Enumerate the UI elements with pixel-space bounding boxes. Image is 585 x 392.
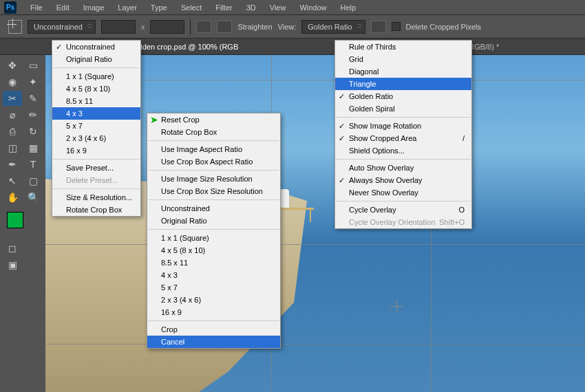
menu-item[interactable]: Size & Resolution... — [52, 191, 140, 204]
path-tool[interactable]: ↖ — [3, 173, 22, 188]
view-overlay-dropdown[interactable]: Golden Ratio — [301, 20, 365, 34]
menu-3d[interactable]: 3D — [240, 3, 263, 12]
menu-item[interactable]: 4 x 3 — [52, 107, 140, 120]
menu-separator — [53, 188, 140, 189]
tab-doc[interactable]: golden crop.psd @ 100% (RGB — [125, 43, 245, 51]
menu-file[interactable]: File — [23, 3, 50, 12]
menu-item[interactable]: Rule of Thirds — [335, 41, 471, 53]
aspect-ratio-menu[interactable]: UnconstrainedOriginal Ratio1 x 1 (Square… — [52, 40, 141, 217]
menu-item[interactable]: 4 x 3 — [147, 269, 280, 281]
straighten-icon[interactable] — [217, 21, 232, 33]
eyedropper-tool[interactable]: ✎ — [23, 91, 43, 106]
menu-item[interactable]: Shield Options... — [335, 144, 471, 157]
pen-tool[interactable]: ✒ — [3, 157, 22, 172]
eraser-tool[interactable]: ◫ — [3, 140, 22, 155]
height-input[interactable] — [150, 20, 184, 34]
menu-item[interactable]: Crop — [147, 323, 280, 336]
menu-type[interactable]: Type — [144, 3, 174, 12]
menu-select[interactable]: Select — [174, 3, 209, 12]
menu-item[interactable]: Grid — [335, 53, 471, 65]
screen-mode-icon[interactable]: ▣ — [3, 257, 22, 272]
menu-item[interactable]: 2 x 3 (4 x 6) — [147, 294, 280, 306]
crop-tool[interactable]: ✂ — [3, 91, 22, 106]
type-tool[interactable]: T — [23, 157, 43, 172]
mask-mode-icon[interactable]: ◻ — [3, 241, 22, 256]
menu-item[interactable]: 4 x 5 (8 x 10) — [52, 83, 140, 95]
menu-item[interactable]: 1 x 1 (Square) — [147, 232, 280, 244]
menu-item[interactable]: Cancel — [147, 336, 280, 348]
crop-context-menu[interactable]: Reset CropRotate Crop BoxUse Image Aspec… — [147, 113, 281, 349]
wand-tool[interactable]: ✦ — [23, 74, 43, 89]
menu-item[interactable]: 8.5 x 11 — [52, 95, 140, 107]
options-bar: Unconstrained x Straighten View: Golden … — [0, 15, 585, 39]
menu-item[interactable]: Use Crop Box Aspect Ratio — [147, 155, 280, 168]
width-input[interactable] — [101, 20, 136, 34]
shortcut-label: O — [458, 206, 465, 214]
straighten-label: Straighten — [237, 23, 272, 31]
fg-color-swatch[interactable] — [7, 212, 23, 228]
menu-window[interactable]: Window — [292, 3, 333, 12]
menubar: Ps FileEditImageLayerTypeSelectFilter3DV… — [0, 0, 585, 15]
menu-item[interactable]: Reset Crop — [147, 113, 280, 126]
history-brush-tool[interactable]: ↻ — [23, 124, 43, 139]
delete-pixels-label: Delete Cropped Pixels — [406, 23, 481, 31]
hand-tool[interactable]: ✋ — [3, 190, 22, 205]
menu-image[interactable]: Image — [76, 3, 111, 12]
heal-tool[interactable]: ⌀ — [3, 107, 22, 122]
menu-item[interactable]: Never Show Overlay — [335, 186, 471, 199]
menu-item[interactable]: 1 x 1 (Square) — [52, 70, 140, 83]
menu-item[interactable]: Use Image Size Resolution — [147, 173, 280, 185]
menu-item[interactable]: 5 x 7 — [52, 120, 140, 132]
aspect-ratio-dropdown[interactable]: Unconstrained — [28, 20, 96, 34]
menu-item[interactable]: 8.5 x 11 — [147, 257, 280, 269]
image-content — [279, 189, 289, 210]
delete-pixels-checkbox[interactable] — [392, 22, 401, 31]
brush-tool[interactable]: ✏ — [23, 107, 43, 122]
crop-tool-icon — [8, 20, 22, 34]
menu-item[interactable]: Auto Show Overlay — [335, 162, 471, 174]
lasso-tool[interactable]: ◉ — [3, 74, 22, 89]
menu-item[interactable]: Triangle — [335, 78, 471, 90]
menu-item[interactable]: Golden Ratio — [335, 90, 471, 102]
menu-separator — [336, 201, 471, 202]
shape-tool[interactable]: ▢ — [23, 173, 43, 188]
menu-separator — [148, 199, 279, 200]
marquee-tool[interactable]: ▭ — [23, 58, 43, 73]
menu-item[interactable]: Cycle OverlayO — [335, 204, 471, 216]
menu-item[interactable]: 16 x 9 — [147, 306, 280, 318]
menu-item[interactable]: Original Ratio — [52, 53, 140, 65]
menu-item[interactable]: Diagonal — [335, 65, 471, 78]
stamp-tool[interactable]: ⎙ — [3, 124, 22, 139]
view-overlay-menu[interactable]: Rule of ThirdsGridDiagonalTriangleGolden… — [334, 40, 472, 229]
menu-item[interactable]: 16 x 9 — [52, 144, 140, 157]
color-swatches[interactable] — [3, 206, 43, 234]
menu-item[interactable]: Use Image Aspect Ratio — [147, 143, 280, 155]
menu-item[interactable]: Rotate Crop Box — [147, 126, 280, 138]
menu-separator — [148, 170, 279, 171]
menu-item[interactable]: Always Show Overlay — [335, 174, 471, 186]
menu-item[interactable]: Original Ratio — [147, 215, 280, 227]
toolbar: ✥▭ ◉✦ ✂✎ ⌀✏ ⎙↻ ◫▦ ✒T ↖▢ ✋🔍 ◻ ▣ — [0, 55, 45, 392]
menu-item[interactable]: Save Preset... — [52, 162, 140, 174]
menu-item[interactable]: Rotate Crop Box — [52, 204, 140, 216]
menu-view[interactable]: View — [263, 3, 293, 12]
cursor-icon: ➤ — [150, 114, 158, 125]
menu-item[interactable]: 4 x 5 (8 x 10) — [147, 244, 280, 257]
zoom-tool[interactable]: 🔍 — [23, 190, 43, 205]
menu-item[interactable]: Show Image Rotation — [335, 120, 471, 132]
settings-gear-icon[interactable] — [371, 21, 386, 33]
menu-help[interactable]: Help — [334, 3, 363, 12]
menu-filter[interactable]: Filter — [209, 3, 239, 12]
menu-item[interactable]: Golden Spiral — [335, 102, 471, 115]
swap-icon[interactable] — [196, 21, 211, 33]
menu-item[interactable]: Use Crop Box Size Resolution — [147, 185, 280, 197]
menu-layer[interactable]: Layer — [111, 3, 144, 12]
gradient-tool[interactable]: ▦ — [23, 140, 43, 155]
menu-item[interactable]: Show Cropped Area/ — [335, 132, 471, 144]
menu-item[interactable]: Unconstrained — [52, 41, 140, 53]
menu-item[interactable]: Unconstrained — [147, 202, 280, 215]
menu-item[interactable]: 2 x 3 (4 x 6) — [52, 132, 140, 144]
move-tool[interactable]: ✥ — [3, 58, 22, 73]
menu-edit[interactable]: Edit — [50, 3, 76, 12]
menu-item[interactable]: 5 x 7 — [147, 281, 280, 294]
